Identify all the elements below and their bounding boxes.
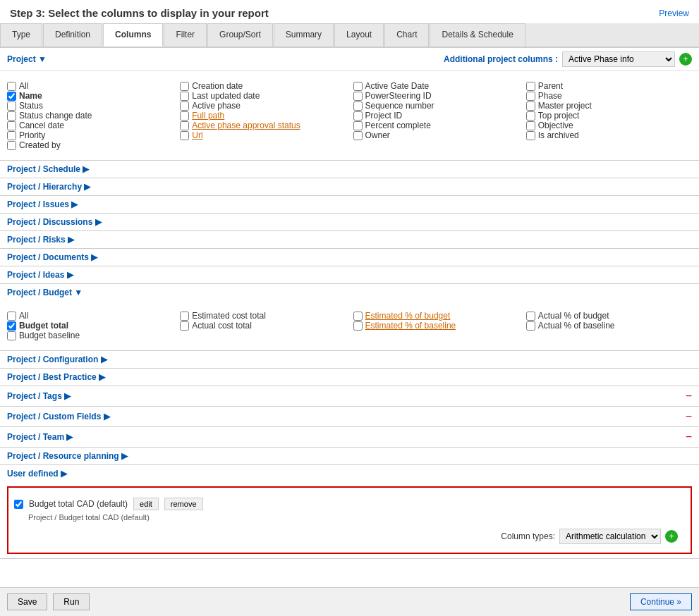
section-risks-header[interactable]: Project / Risks ▶ (0, 231, 699, 248)
section-best-practice-header[interactable]: Project / Best Practice ▶ (0, 369, 699, 386)
cb-actual-pct-baseline-input[interactable] (526, 321, 535, 331)
section-tags-title[interactable]: Project / Tags ▶ (7, 391, 71, 401)
page-footer: Save Run Continue » (0, 587, 699, 616)
cb-powersteering-id: PowerSteering ID (353, 91, 519, 101)
section-issues-title: Project / Issues ▶ (7, 199, 78, 209)
project-col4: Parent Phase Master project Top project (526, 81, 692, 150)
cb-is-archived-input[interactable] (526, 131, 535, 140)
cb-actual-cost-total-input[interactable] (180, 321, 189, 331)
cb-last-updated: Last updated date (180, 91, 346, 101)
user-defined-remove-btn[interactable]: remove (164, 498, 203, 510)
section-resource-planning-title: Project / Resource planning ▶ (7, 451, 128, 461)
cb-active-phase-approval: Active phase approval status (180, 121, 346, 130)
tab-layout[interactable]: Layout (334, 23, 384, 47)
cb-active-phase-approval-input[interactable] (180, 121, 189, 130)
cb-project-id: Project ID (353, 111, 519, 121)
section-issues-header[interactable]: Project / Issues ▶ (0, 196, 699, 213)
tab-groupsort[interactable]: Group/Sort (207, 23, 273, 47)
cb-priority: Priority (7, 130, 173, 140)
cb-status: Status (7, 101, 173, 111)
cb-creation-date-input[interactable] (180, 82, 189, 91)
cb-owner-input[interactable] (353, 131, 363, 140)
cb-estimated-pct-baseline-input[interactable] (353, 321, 363, 331)
section-resource-planning-header[interactable]: Project / Resource planning ▶ (0, 448, 699, 464)
save-button[interactable]: Save (7, 593, 47, 610)
cb-name-input[interactable] (7, 92, 16, 101)
tab-summary[interactable]: Summary (274, 23, 334, 47)
tab-chart[interactable]: Chart (384, 23, 429, 47)
project-section-title[interactable]: Project ▼ (7, 54, 47, 64)
cb-powersteering-id-input[interactable] (353, 92, 363, 101)
run-button[interactable]: Run (53, 593, 90, 610)
section-documents-header[interactable]: Project / Documents ▶ (0, 249, 699, 266)
cb-cancel-date: Cancel date (7, 121, 173, 130)
user-defined-header[interactable]: User defined ▶ (0, 465, 699, 482)
cb-estimated-pct-budget-label: Estimated % of budget (365, 311, 451, 321)
cb-estimated-pct-budget-input[interactable] (353, 312, 363, 321)
cb-budget-total-input[interactable] (7, 321, 16, 331)
section-tags-remove-btn[interactable]: − (686, 390, 692, 402)
column-types-select[interactable]: Arithmetic calculation Text Number Date (559, 529, 661, 544)
cb-sequence-number-input[interactable] (353, 101, 363, 111)
section-tags: Project / Tags ▶ − (0, 386, 699, 407)
cb-project-id-input[interactable] (353, 111, 363, 121)
cb-active-gate-date-input[interactable] (353, 82, 363, 91)
additional-cols-add-btn[interactable]: + (679, 53, 692, 66)
cb-budget-baseline-input[interactable] (7, 331, 16, 340)
cb-budget-baseline-label: Budget baseline (19, 331, 80, 340)
additional-cols-select[interactable]: Active Phase info None Phase info (562, 51, 675, 67)
section-tags-header: Project / Tags ▶ − (0, 386, 699, 406)
tab-columns[interactable]: Columns (103, 23, 163, 47)
cb-objective-input[interactable] (526, 121, 535, 130)
cb-last-updated-input[interactable] (180, 92, 189, 101)
column-types-label: Column types: (501, 531, 555, 541)
cb-master-project-input[interactable] (526, 101, 535, 111)
user-defined-box: Budget total CAD (default) edit remove P… (7, 486, 692, 554)
section-ideas: Project / Ideas ▶ (0, 266, 699, 284)
section-risks-title: Project / Risks ▶ (7, 235, 74, 245)
cb-created-by-input[interactable] (7, 141, 16, 150)
column-types-add-btn[interactable]: + (665, 530, 678, 543)
cb-budget-all: All (7, 311, 173, 321)
section-ideas-title: Project / Ideas ▶ (7, 270, 73, 280)
section-team-remove-btn[interactable]: − (686, 431, 692, 443)
section-custom-fields-remove-btn[interactable]: − (686, 410, 692, 423)
section-hierarchy-header[interactable]: Project / Hierarchy ▶ (0, 178, 699, 195)
budget-section-header[interactable]: Project / Budget ▼ (0, 284, 699, 301)
cb-phase-input[interactable] (526, 92, 535, 101)
section-custom-fields-title[interactable]: Project / Custom Fields ▶ (7, 412, 110, 421)
cb-actual-pct-budget-input[interactable] (526, 312, 535, 321)
preview-link[interactable]: Preview (659, 8, 689, 18)
cb-created-by: Created by (7, 140, 173, 150)
cb-budget-all-input[interactable] (7, 312, 16, 321)
tab-details-schedule[interactable]: Details & Schedule (430, 23, 525, 47)
cb-active-phase-approval-label: Active phase approval status (192, 121, 300, 130)
section-documents-title: Project / Documents ▶ (7, 252, 97, 262)
tab-filter[interactable]: Filter (164, 23, 207, 47)
cb-parent-input[interactable] (526, 82, 535, 91)
cb-budget-cad-input[interactable] (14, 500, 23, 509)
cb-estimated-cost-total-input[interactable] (180, 312, 189, 321)
cb-priority-input[interactable] (7, 131, 16, 140)
section-ideas-header[interactable]: Project / Ideas ▶ (0, 266, 699, 283)
cb-all-input[interactable] (7, 82, 16, 91)
budget-col4: Actual % of budget Actual % of baseline (526, 311, 692, 340)
cb-percent-complete-input[interactable] (353, 121, 363, 130)
project-section-header: Project ▼ Additional project columns : A… (0, 48, 699, 71)
section-team-title[interactable]: Project / Team ▶ (7, 432, 73, 442)
cb-cancel-date-input[interactable] (7, 121, 16, 130)
tab-type[interactable]: Type (0, 23, 42, 47)
section-schedule-header[interactable]: Project / Schedule ▶ (0, 161, 699, 178)
tab-definition[interactable]: Definition (43, 23, 102, 47)
user-defined-edit-btn[interactable]: edit (133, 498, 159, 510)
cb-status-change-date-input[interactable] (7, 111, 16, 121)
cb-url-input[interactable] (180, 131, 189, 140)
cb-top-project-input[interactable] (526, 111, 535, 121)
cb-status-input[interactable] (7, 101, 16, 111)
section-configuration-header[interactable]: Project / Configuration ▶ (0, 351, 699, 368)
cb-status-change-date-label: Status change date (19, 111, 92, 121)
cb-full-path-input[interactable] (180, 111, 189, 121)
cb-active-phase-input[interactable] (180, 101, 189, 111)
section-discussions-header[interactable]: Project / Discussions ▶ (0, 214, 699, 230)
continue-button[interactable]: Continue » (630, 593, 692, 610)
